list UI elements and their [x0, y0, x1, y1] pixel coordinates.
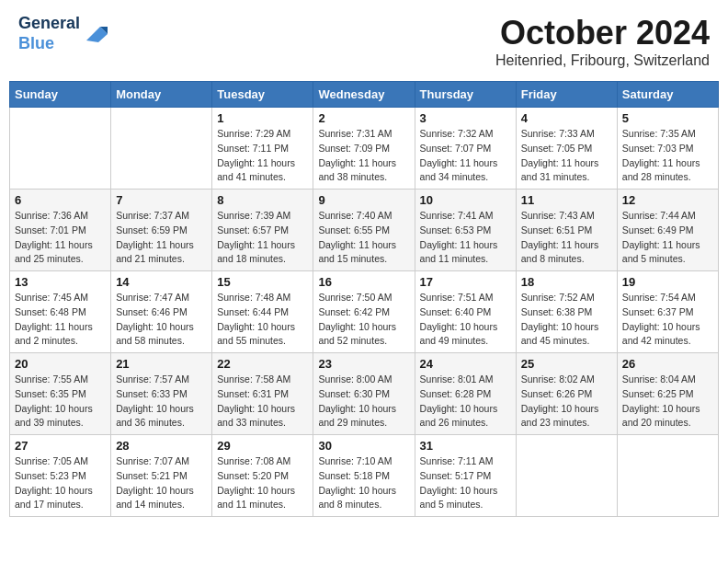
day-info-line: Sunset: 6:40 PM: [420, 305, 511, 320]
calendar-cell: 18Sunrise: 7:52 AMSunset: 6:38 PMDayligh…: [516, 271, 617, 353]
day-info-line: Daylight: 10 hours and 11 minutes.: [217, 484, 308, 513]
calendar-cell: 30Sunrise: 7:10 AMSunset: 5:18 PMDayligh…: [313, 435, 415, 517]
calendar-cell: 12Sunrise: 7:44 AMSunset: 6:49 PMDayligh…: [617, 190, 718, 271]
day-number: 18: [521, 275, 612, 289]
day-info-line: Daylight: 10 hours and 52 minutes.: [318, 320, 409, 350]
day-info-line: Sunrise: 7:41 AM: [420, 209, 511, 224]
day-of-week-header: Saturday: [617, 82, 718, 108]
day-number: 23: [318, 357, 409, 371]
day-info-line: Daylight: 11 hours and 8 minutes.: [521, 238, 612, 268]
day-number: 29: [217, 439, 308, 453]
day-info-line: Sunset: 7:09 PM: [318, 142, 409, 156]
day-info-line: Sunset: 6:35 PM: [15, 387, 106, 402]
calendar-cell: 28Sunrise: 7:07 AMSunset: 5:21 PMDayligh…: [111, 435, 212, 517]
day-info-line: Sunset: 7:11 PM: [217, 142, 308, 156]
day-info-line: Sunrise: 7:11 AM: [420, 454, 511, 469]
day-of-week-header: Wednesday: [313, 82, 415, 108]
day-info-line: Daylight: 11 hours and 11 minutes.: [420, 238, 511, 268]
calendar-cell: 13Sunrise: 7:45 AMSunset: 6:48 PMDayligh…: [10, 271, 111, 353]
calendar-header-row: SundayMondayTuesdayWednesdayThursdayFrid…: [10, 82, 719, 108]
calendar-cell: 25Sunrise: 8:02 AMSunset: 6:26 PMDayligh…: [516, 353, 617, 435]
day-info-line: Sunrise: 7:57 AM: [116, 373, 207, 387]
calendar-cell: 21Sunrise: 7:57 AMSunset: 6:33 PMDayligh…: [111, 353, 212, 435]
day-info-line: Sunset: 5:23 PM: [15, 469, 106, 484]
day-info-line: Sunset: 6:49 PM: [622, 224, 713, 238]
day-info-line: Sunset: 6:53 PM: [420, 224, 511, 238]
calendar-cell: [516, 435, 617, 517]
calendar-week-row: 27Sunrise: 7:05 AMSunset: 5:23 PMDayligh…: [10, 435, 719, 517]
day-info-line: Sunrise: 7:29 AM: [217, 127, 308, 142]
day-info-line: Sunset: 6:38 PM: [521, 305, 612, 320]
day-info-line: Sunrise: 7:33 AM: [521, 127, 612, 142]
day-info-line: Sunset: 5:20 PM: [217, 469, 308, 484]
calendar-cell: [111, 108, 212, 190]
day-info-line: Sunrise: 7:40 AM: [318, 209, 409, 224]
calendar-cell: 11Sunrise: 7:43 AMSunset: 6:51 PMDayligh…: [516, 190, 617, 271]
calendar-cell: 15Sunrise: 7:48 AMSunset: 6:44 PMDayligh…: [212, 271, 313, 353]
day-number: 10: [420, 193, 511, 207]
day-info-line: Sunrise: 8:02 AM: [521, 373, 612, 387]
day-number: 14: [116, 275, 207, 289]
day-number: 21: [116, 357, 207, 371]
day-info-line: Sunrise: 7:47 AM: [116, 291, 207, 305]
day-info-line: Daylight: 10 hours and 39 minutes.: [15, 402, 106, 431]
day-info-line: Sunset: 6:26 PM: [521, 387, 612, 402]
calendar-cell: 20Sunrise: 7:55 AMSunset: 6:35 PMDayligh…: [10, 353, 111, 435]
calendar-cell: 31Sunrise: 7:11 AMSunset: 5:17 PMDayligh…: [415, 435, 516, 517]
day-number: 16: [318, 275, 409, 289]
day-info-line: Sunrise: 8:04 AM: [622, 373, 713, 387]
calendar-cell: 1Sunrise: 7:29 AMSunset: 7:11 PMDaylight…: [212, 108, 313, 190]
day-number: 19: [622, 275, 713, 289]
day-info-line: Daylight: 11 hours and 25 minutes.: [15, 238, 106, 268]
day-info-line: Sunset: 6:30 PM: [318, 387, 409, 402]
calendar-cell: 8Sunrise: 7:39 AMSunset: 6:57 PMDaylight…: [212, 190, 313, 271]
day-info-line: Daylight: 11 hours and 5 minutes.: [622, 238, 713, 268]
day-info-line: Sunrise: 7:55 AM: [15, 373, 106, 387]
day-info-line: Sunset: 6:48 PM: [15, 305, 106, 320]
day-info-line: Sunset: 6:33 PM: [116, 387, 207, 402]
day-info-line: Sunrise: 7:54 AM: [622, 291, 713, 305]
day-info-line: Daylight: 10 hours and 29 minutes.: [318, 402, 409, 431]
day-info-line: Sunrise: 8:00 AM: [318, 373, 409, 387]
calendar-week-row: 1Sunrise: 7:29 AMSunset: 7:11 PMDaylight…: [10, 108, 719, 190]
day-info-line: Sunset: 5:21 PM: [116, 469, 207, 484]
day-info-line: Sunrise: 7:52 AM: [521, 291, 612, 305]
day-info-line: Sunset: 6:44 PM: [217, 305, 308, 320]
day-info-line: Sunrise: 7:08 AM: [217, 454, 308, 469]
calendar-cell: 17Sunrise: 7:51 AMSunset: 6:40 PMDayligh…: [415, 271, 516, 353]
calendar-table: SundayMondayTuesdayWednesdayThursdayFrid…: [9, 81, 719, 517]
day-info-line: Daylight: 10 hours and 5 minutes.: [420, 484, 511, 513]
calendar-cell: [10, 108, 111, 190]
page-subtitle: Heitenried, Fribourg, Switzerland: [495, 52, 710, 69]
day-number: 15: [217, 275, 308, 289]
calendar-cell: 22Sunrise: 7:58 AMSunset: 6:31 PMDayligh…: [212, 353, 313, 435]
calendar-cell: 6Sunrise: 7:36 AMSunset: 7:01 PMDaylight…: [10, 190, 111, 271]
day-number: 25: [521, 357, 612, 371]
day-info-line: Sunset: 6:25 PM: [622, 387, 713, 402]
day-info-line: Sunset: 6:37 PM: [622, 305, 713, 320]
day-info-line: Daylight: 10 hours and 8 minutes.: [318, 484, 409, 513]
calendar-cell: 4Sunrise: 7:33 AMSunset: 7:05 PMDaylight…: [516, 108, 617, 190]
day-info-line: Sunrise: 7:07 AM: [116, 454, 207, 469]
day-info-line: Daylight: 10 hours and 23 minutes.: [521, 402, 612, 431]
day-info-line: Daylight: 11 hours and 28 minutes.: [622, 156, 713, 186]
logo-text: GeneralBlue: [18, 14, 80, 53]
day-info-line: Sunrise: 7:50 AM: [318, 291, 409, 305]
page-header: GeneralBlue October 2024 Heitenried, Fri…: [9, 9, 719, 74]
logo: GeneralBlue: [18, 14, 109, 53]
day-number: 17: [420, 275, 511, 289]
day-info-line: Daylight: 10 hours and 14 minutes.: [116, 484, 207, 513]
day-info-line: Daylight: 10 hours and 55 minutes.: [217, 320, 308, 350]
calendar-cell: [617, 435, 718, 517]
day-of-week-header: Sunday: [10, 82, 111, 108]
day-info-line: Sunset: 6:55 PM: [318, 224, 409, 238]
day-number: 22: [217, 357, 308, 371]
day-info-line: Sunrise: 7:51 AM: [420, 291, 511, 305]
logo-icon: [82, 22, 109, 45]
day-info-line: Sunrise: 7:31 AM: [318, 127, 409, 142]
day-info-line: Daylight: 10 hours and 36 minutes.: [116, 402, 207, 431]
day-number: 1: [217, 111, 308, 125]
day-info-line: Sunset: 7:03 PM: [622, 142, 713, 156]
day-number: 27: [15, 439, 106, 453]
day-info-line: Sunset: 7:05 PM: [521, 142, 612, 156]
